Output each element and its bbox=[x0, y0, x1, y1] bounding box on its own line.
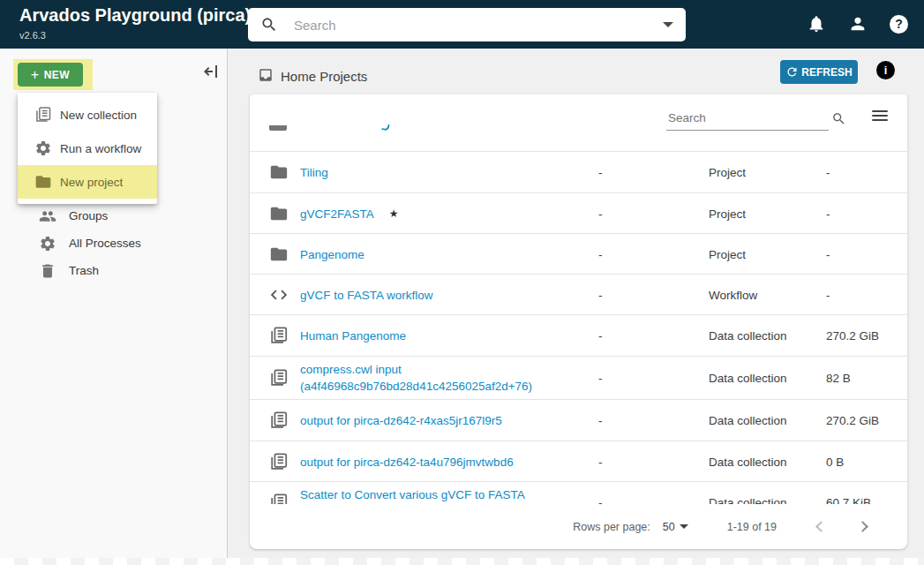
pagination-range: 1-19 of 19 bbox=[727, 521, 777, 533]
menu-item-run-workflow[interactable]: Run a workflow bbox=[18, 132, 157, 165]
item-type: Data collection bbox=[709, 455, 787, 468]
item-size: - bbox=[826, 166, 830, 179]
menu-item-label: New collection bbox=[60, 109, 137, 122]
table-row[interactable]: gVCF to FASTA workflow - Workflow - bbox=[250, 275, 907, 315]
item-size: 270.2 GiB bbox=[826, 414, 879, 427]
rows-per-page-label: Rows per page: bbox=[573, 521, 650, 533]
item-size: 270.2 GiB bbox=[826, 329, 879, 343]
app-header: Arvados Playground (pirca) v2.6.3 ? bbox=[0, 0, 924, 49]
sidebar-item-groups[interactable]: Groups bbox=[0, 202, 228, 230]
groups-icon bbox=[39, 207, 56, 225]
item-col2-value: - bbox=[598, 455, 603, 468]
account-person-icon[interactable] bbox=[848, 14, 868, 34]
folder-icon bbox=[269, 204, 289, 223]
collection-icon bbox=[269, 368, 289, 388]
new-dropdown-menu: New collection Run a workflow New projec… bbox=[18, 93, 157, 204]
table-row[interactable]: Pangenome - Project - bbox=[250, 234, 907, 275]
item-col2-value: - bbox=[598, 207, 603, 220]
sidebar: + NEW New collection Run a workflow New … bbox=[0, 49, 228, 559]
bottom-checker-strip bbox=[0, 558, 924, 565]
main-header: Home Projects REFRESH i bbox=[229, 49, 924, 94]
item-name-link[interactable]: compress.cwl input(a4f46968c9b76bd28d41c… bbox=[300, 361, 532, 395]
projects-panel: Tiling - Project - gVCF2FASTA ★ - Projec… bbox=[250, 94, 907, 549]
item-type: Project bbox=[709, 247, 746, 260]
link-text-fragment bbox=[381, 123, 390, 132]
item-type: Data collection bbox=[709, 372, 787, 385]
table-footer: Rows per page: 50 1-19 of 19 bbox=[250, 504, 907, 549]
collection-icon bbox=[269, 326, 289, 345]
refresh-icon bbox=[785, 65, 799, 79]
sidebar-item-all-processes[interactable]: All Processes bbox=[0, 230, 228, 257]
collapse-sidebar-icon[interactable] bbox=[200, 61, 222, 82]
item-col2-value: - bbox=[598, 288, 603, 301]
folder-icon bbox=[269, 162, 289, 182]
item-col2-value: - bbox=[598, 166, 603, 179]
table-row[interactable]: Human Pangenome - Data collection 270.2 … bbox=[250, 315, 907, 357]
search-options-caret-icon[interactable] bbox=[663, 22, 673, 27]
item-name-link[interactable]: gVCF2FASTA bbox=[300, 205, 374, 222]
trash-icon bbox=[39, 262, 56, 280]
item-name-link[interactable]: gVCF to FASTA workflow bbox=[300, 286, 433, 303]
gear-icon bbox=[39, 235, 56, 252]
table-row[interactable]: Scatter to Convert various gVCF to FASTA… bbox=[250, 482, 907, 504]
item-size: - bbox=[826, 207, 830, 220]
table-row[interactable]: compress.cwl input(a4f46968c9b76bd28d41c… bbox=[250, 357, 907, 400]
page-title: Home Projects bbox=[281, 69, 367, 84]
item-name-link[interactable]: Scatter to Convert various gVCF to FASTA bbox=[300, 486, 525, 503]
gear-icon bbox=[34, 139, 52, 157]
next-page-icon[interactable] bbox=[857, 521, 868, 532]
collection-icon bbox=[269, 493, 289, 505]
rows-per-page-select[interactable]: 50 bbox=[663, 521, 688, 533]
table-row[interactable]: output for pirca-dz642-r4xas5jr167l9r5 -… bbox=[250, 400, 907, 441]
table-rows: Tiling - Project - gVCF2FASTA ★ - Projec… bbox=[250, 152, 907, 504]
folder-icon-fragment bbox=[269, 125, 287, 131]
notifications-bell-icon[interactable] bbox=[807, 14, 826, 34]
menu-item-label: Run a workflow bbox=[60, 142, 141, 155]
panel-search-input[interactable] bbox=[666, 108, 829, 131]
app-window: Arvados Playground (pirca) v2.6.3 ? + NE… bbox=[0, 0, 924, 565]
item-size: 60.7 KiB bbox=[826, 495, 871, 504]
item-type: Project bbox=[709, 207, 746, 220]
global-search-input[interactable] bbox=[294, 18, 656, 33]
menu-item-label: New project bbox=[60, 176, 123, 189]
home-projects-icon bbox=[258, 67, 274, 83]
table-row[interactable]: Tiling - Project - bbox=[250, 152, 907, 193]
workflow-icon bbox=[269, 285, 289, 305]
item-name-link[interactable]: output for pirca-dz642-ta4u796jmvtwbd6 bbox=[300, 453, 514, 470]
item-name-link[interactable]: Pangenome bbox=[300, 245, 364, 262]
item-name-link[interactable]: Human Pangenome bbox=[300, 328, 406, 344]
folder-icon bbox=[269, 245, 289, 264]
panel-search bbox=[666, 108, 859, 131]
item-col2-value: - bbox=[598, 372, 603, 385]
item-name-link[interactable]: output for pirca-dz642-r4xas5jr167l9r5 bbox=[300, 412, 502, 429]
sidebar-item-label: All Processes bbox=[69, 237, 141, 250]
info-icon[interactable]: i bbox=[876, 61, 895, 79]
item-col2-value: - bbox=[598, 414, 603, 427]
app-version: v2.6.3 bbox=[19, 30, 46, 41]
folder-icon bbox=[34, 173, 52, 191]
collection-icon bbox=[34, 106, 52, 124]
item-col2-value: - bbox=[598, 329, 603, 343]
item-size: - bbox=[826, 288, 830, 301]
search-icon[interactable] bbox=[831, 111, 846, 126]
table-row[interactable]: gVCF2FASTA ★ - Project - bbox=[250, 193, 907, 234]
item-size: - bbox=[826, 247, 830, 260]
collection-icon bbox=[269, 411, 289, 430]
item-col2-value: - bbox=[598, 495, 603, 504]
menu-item-new-project[interactable]: New project bbox=[18, 165, 157, 199]
menu-item-new-collection[interactable]: New collection bbox=[18, 98, 157, 132]
help-icon[interactable]: ? bbox=[890, 15, 908, 34]
item-size: 0 B bbox=[826, 455, 844, 468]
table-scroll-area[interactable]: Tiling - Project - gVCF2FASTA ★ - Projec… bbox=[250, 119, 907, 504]
item-type: Data collection bbox=[709, 329, 787, 343]
new-button[interactable]: + NEW bbox=[18, 63, 83, 87]
global-search-bar[interactable] bbox=[248, 8, 686, 41]
refresh-button[interactable]: REFRESH bbox=[780, 60, 858, 84]
table-row[interactable]: output for pirca-dz642-ta4u796jmvtwbd6 -… bbox=[250, 441, 907, 482]
collection-icon bbox=[269, 452, 289, 471]
favorite-star-icon[interactable]: ★ bbox=[389, 207, 399, 220]
previous-page-icon[interactable] bbox=[815, 521, 827, 532]
sidebar-item-trash[interactable]: Trash bbox=[0, 257, 228, 284]
item-name-link[interactable]: Tiling bbox=[300, 164, 328, 181]
item-type: Workflow bbox=[709, 288, 757, 301]
